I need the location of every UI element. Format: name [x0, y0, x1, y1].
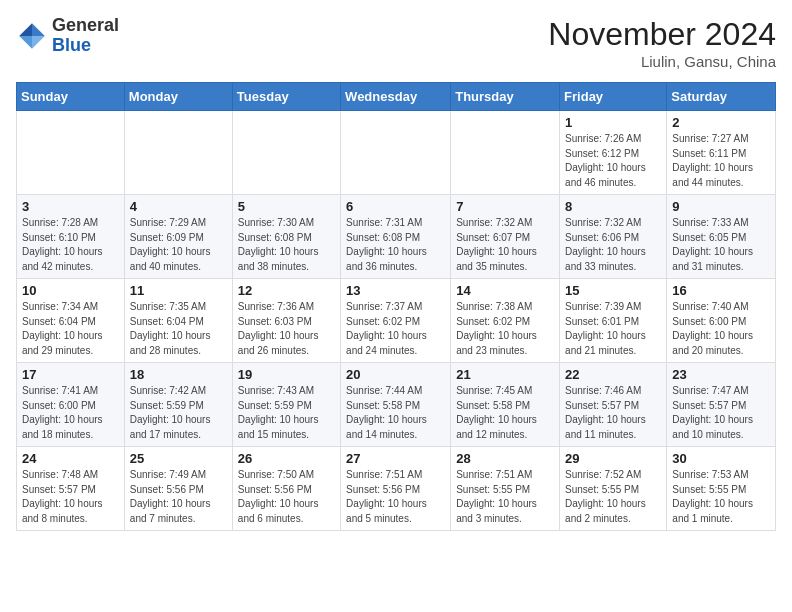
weekday-header-tuesday: Tuesday	[232, 83, 340, 111]
page-header: General Blue November 2024 Liulin, Gansu…	[16, 16, 776, 70]
location-subtitle: Liulin, Gansu, China	[548, 53, 776, 70]
svg-marker-3	[32, 36, 45, 49]
logo: General Blue	[16, 16, 119, 56]
weekday-header-wednesday: Wednesday	[341, 83, 451, 111]
calendar-cell	[232, 111, 340, 195]
calendar-cell: 10Sunrise: 7:34 AM Sunset: 6:04 PM Dayli…	[17, 279, 125, 363]
day-number: 14	[456, 283, 554, 298]
calendar-cell: 25Sunrise: 7:49 AM Sunset: 5:56 PM Dayli…	[124, 447, 232, 531]
calendar-cell: 8Sunrise: 7:32 AM Sunset: 6:06 PM Daylig…	[560, 195, 667, 279]
day-number: 5	[238, 199, 335, 214]
day-info: Sunrise: 7:34 AM Sunset: 6:04 PM Dayligh…	[22, 300, 119, 358]
day-info: Sunrise: 7:32 AM Sunset: 6:06 PM Dayligh…	[565, 216, 661, 274]
day-number: 17	[22, 367, 119, 382]
calendar-cell: 13Sunrise: 7:37 AM Sunset: 6:02 PM Dayli…	[341, 279, 451, 363]
calendar-cell	[124, 111, 232, 195]
day-info: Sunrise: 7:32 AM Sunset: 6:07 PM Dayligh…	[456, 216, 554, 274]
calendar-cell: 24Sunrise: 7:48 AM Sunset: 5:57 PM Dayli…	[17, 447, 125, 531]
calendar-cell: 28Sunrise: 7:51 AM Sunset: 5:55 PM Dayli…	[451, 447, 560, 531]
calendar-week-row: 10Sunrise: 7:34 AM Sunset: 6:04 PM Dayli…	[17, 279, 776, 363]
day-info: Sunrise: 7:26 AM Sunset: 6:12 PM Dayligh…	[565, 132, 661, 190]
calendar-cell: 7Sunrise: 7:32 AM Sunset: 6:07 PM Daylig…	[451, 195, 560, 279]
calendar-cell: 21Sunrise: 7:45 AM Sunset: 5:58 PM Dayli…	[451, 363, 560, 447]
day-number: 20	[346, 367, 445, 382]
calendar-cell: 23Sunrise: 7:47 AM Sunset: 5:57 PM Dayli…	[667, 363, 776, 447]
calendar-cell	[341, 111, 451, 195]
day-number: 23	[672, 367, 770, 382]
day-info: Sunrise: 7:40 AM Sunset: 6:00 PM Dayligh…	[672, 300, 770, 358]
calendar-cell: 29Sunrise: 7:52 AM Sunset: 5:55 PM Dayli…	[560, 447, 667, 531]
day-number: 8	[565, 199, 661, 214]
weekday-header-thursday: Thursday	[451, 83, 560, 111]
calendar-cell: 14Sunrise: 7:38 AM Sunset: 6:02 PM Dayli…	[451, 279, 560, 363]
calendar-cell: 11Sunrise: 7:35 AM Sunset: 6:04 PM Dayli…	[124, 279, 232, 363]
calendar-cell: 4Sunrise: 7:29 AM Sunset: 6:09 PM Daylig…	[124, 195, 232, 279]
calendar-cell: 26Sunrise: 7:50 AM Sunset: 5:56 PM Dayli…	[232, 447, 340, 531]
day-info: Sunrise: 7:27 AM Sunset: 6:11 PM Dayligh…	[672, 132, 770, 190]
day-number: 18	[130, 367, 227, 382]
day-number: 6	[346, 199, 445, 214]
calendar-week-row: 17Sunrise: 7:41 AM Sunset: 6:00 PM Dayli…	[17, 363, 776, 447]
day-number: 3	[22, 199, 119, 214]
calendar-cell: 15Sunrise: 7:39 AM Sunset: 6:01 PM Dayli…	[560, 279, 667, 363]
calendar-cell: 30Sunrise: 7:53 AM Sunset: 5:55 PM Dayli…	[667, 447, 776, 531]
day-info: Sunrise: 7:28 AM Sunset: 6:10 PM Dayligh…	[22, 216, 119, 274]
day-info: Sunrise: 7:51 AM Sunset: 5:56 PM Dayligh…	[346, 468, 445, 526]
day-info: Sunrise: 7:41 AM Sunset: 6:00 PM Dayligh…	[22, 384, 119, 442]
day-info: Sunrise: 7:42 AM Sunset: 5:59 PM Dayligh…	[130, 384, 227, 442]
day-number: 24	[22, 451, 119, 466]
calendar-cell: 12Sunrise: 7:36 AM Sunset: 6:03 PM Dayli…	[232, 279, 340, 363]
calendar-cell: 27Sunrise: 7:51 AM Sunset: 5:56 PM Dayli…	[341, 447, 451, 531]
day-info: Sunrise: 7:39 AM Sunset: 6:01 PM Dayligh…	[565, 300, 661, 358]
calendar-cell	[451, 111, 560, 195]
calendar-week-row: 3Sunrise: 7:28 AM Sunset: 6:10 PM Daylig…	[17, 195, 776, 279]
calendar-cell: 19Sunrise: 7:43 AM Sunset: 5:59 PM Dayli…	[232, 363, 340, 447]
day-number: 4	[130, 199, 227, 214]
calendar-week-row: 24Sunrise: 7:48 AM Sunset: 5:57 PM Dayli…	[17, 447, 776, 531]
calendar-cell	[17, 111, 125, 195]
day-info: Sunrise: 7:47 AM Sunset: 5:57 PM Dayligh…	[672, 384, 770, 442]
month-year-title: November 2024	[548, 16, 776, 53]
title-block: November 2024 Liulin, Gansu, China	[548, 16, 776, 70]
day-info: Sunrise: 7:48 AM Sunset: 5:57 PM Dayligh…	[22, 468, 119, 526]
day-number: 11	[130, 283, 227, 298]
day-number: 19	[238, 367, 335, 382]
day-info: Sunrise: 7:49 AM Sunset: 5:56 PM Dayligh…	[130, 468, 227, 526]
calendar-cell: 18Sunrise: 7:42 AM Sunset: 5:59 PM Dayli…	[124, 363, 232, 447]
calendar-cell: 22Sunrise: 7:46 AM Sunset: 5:57 PM Dayli…	[560, 363, 667, 447]
calendar-cell: 20Sunrise: 7:44 AM Sunset: 5:58 PM Dayli…	[341, 363, 451, 447]
day-info: Sunrise: 7:38 AM Sunset: 6:02 PM Dayligh…	[456, 300, 554, 358]
weekday-header-monday: Monday	[124, 83, 232, 111]
day-number: 29	[565, 451, 661, 466]
calendar-table: SundayMondayTuesdayWednesdayThursdayFrid…	[16, 82, 776, 531]
calendar-cell: 3Sunrise: 7:28 AM Sunset: 6:10 PM Daylig…	[17, 195, 125, 279]
calendar-cell: 9Sunrise: 7:33 AM Sunset: 6:05 PM Daylig…	[667, 195, 776, 279]
logo-icon	[16, 20, 48, 52]
day-number: 1	[565, 115, 661, 130]
day-number: 10	[22, 283, 119, 298]
day-number: 15	[565, 283, 661, 298]
day-info: Sunrise: 7:44 AM Sunset: 5:58 PM Dayligh…	[346, 384, 445, 442]
svg-marker-2	[19, 36, 32, 49]
svg-marker-0	[32, 23, 45, 36]
day-info: Sunrise: 7:37 AM Sunset: 6:02 PM Dayligh…	[346, 300, 445, 358]
svg-marker-1	[19, 23, 32, 36]
weekday-header-row: SundayMondayTuesdayWednesdayThursdayFrid…	[17, 83, 776, 111]
day-info: Sunrise: 7:53 AM Sunset: 5:55 PM Dayligh…	[672, 468, 770, 526]
day-info: Sunrise: 7:30 AM Sunset: 6:08 PM Dayligh…	[238, 216, 335, 274]
logo-text: General Blue	[52, 16, 119, 56]
calendar-cell: 2Sunrise: 7:27 AM Sunset: 6:11 PM Daylig…	[667, 111, 776, 195]
day-number: 12	[238, 283, 335, 298]
day-number: 30	[672, 451, 770, 466]
day-number: 25	[130, 451, 227, 466]
day-number: 27	[346, 451, 445, 466]
day-info: Sunrise: 7:51 AM Sunset: 5:55 PM Dayligh…	[456, 468, 554, 526]
day-info: Sunrise: 7:46 AM Sunset: 5:57 PM Dayligh…	[565, 384, 661, 442]
day-info: Sunrise: 7:33 AM Sunset: 6:05 PM Dayligh…	[672, 216, 770, 274]
day-number: 22	[565, 367, 661, 382]
day-info: Sunrise: 7:45 AM Sunset: 5:58 PM Dayligh…	[456, 384, 554, 442]
day-number: 7	[456, 199, 554, 214]
weekday-header-friday: Friday	[560, 83, 667, 111]
day-info: Sunrise: 7:50 AM Sunset: 5:56 PM Dayligh…	[238, 468, 335, 526]
day-number: 16	[672, 283, 770, 298]
